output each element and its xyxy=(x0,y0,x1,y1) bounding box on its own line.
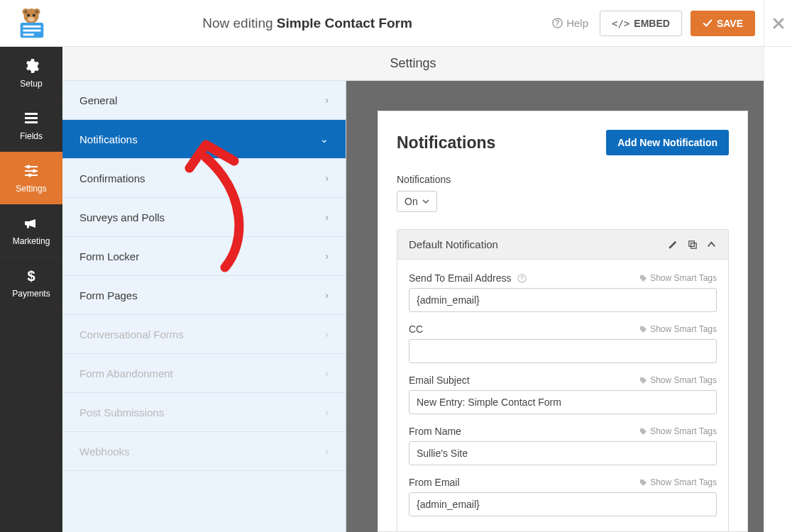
chevron-right-icon: › xyxy=(325,367,329,379)
bullhorn-icon xyxy=(23,215,40,232)
dollar-icon: $ xyxy=(23,267,40,284)
smart-tags-toggle[interactable]: Show Smart Tags xyxy=(639,426,717,436)
chevron-right-icon: › xyxy=(325,250,329,262)
editing-prefix: Now editing xyxy=(202,16,273,31)
tag-icon xyxy=(639,275,647,282)
field-from-email: From Email Show Smart Tags xyxy=(409,477,717,516)
chevron-right-icon: › xyxy=(325,406,329,418)
svg-rect-9 xyxy=(23,25,40,27)
acc-form-locker[interactable]: Form Locker› xyxy=(62,237,346,276)
acc-form-abandonment[interactable]: Form Abandonment› xyxy=(62,354,346,393)
settings-accordion: General› Notifications⌄ Confirmations› S… xyxy=(62,81,346,532)
rail-payments[interactable]: $ Payments xyxy=(0,257,62,309)
acc-notifications[interactable]: Notifications⌄ xyxy=(62,120,346,159)
notifications-toggle-label: Notifications xyxy=(397,174,729,185)
svg-rect-10 xyxy=(23,29,40,31)
svg-point-3 xyxy=(24,10,27,13)
page-title: Now editing Simple Contact Form xyxy=(62,16,552,31)
notification-body: Send To Email Address ? Show Smart Tags … xyxy=(397,260,728,532)
check-icon xyxy=(703,18,713,28)
help-link[interactable]: ? Help xyxy=(552,17,588,29)
chevron-up-icon[interactable] xyxy=(706,239,717,250)
rail-settings[interactable]: Settings xyxy=(0,152,62,204)
field-subject: Email Subject Show Smart Tags xyxy=(409,375,717,414)
acc-conversational[interactable]: Conversational Forms› xyxy=(62,315,346,354)
add-notification-button[interactable]: Add New Notification xyxy=(606,130,729,155)
pencil-icon[interactable] xyxy=(668,239,678,250)
svg-point-4 xyxy=(35,10,38,13)
save-button[interactable]: SAVE xyxy=(691,11,755,36)
svg-rect-15 xyxy=(25,117,38,119)
acc-confirmations[interactable]: Confirmations› xyxy=(62,159,346,198)
acc-general[interactable]: General› xyxy=(62,81,346,120)
svg-text:?: ? xyxy=(519,275,523,282)
chevron-right-icon: › xyxy=(325,289,329,301)
rail-setup[interactable]: Setup xyxy=(0,47,62,99)
form-name: Simple Contact Form xyxy=(277,16,412,31)
tag-icon xyxy=(639,326,647,333)
svg-rect-24 xyxy=(689,241,695,247)
topbar: Now editing Simple Contact Form ? Help <… xyxy=(0,0,792,47)
chevron-down-icon xyxy=(422,198,429,205)
svg-point-22 xyxy=(28,173,32,177)
close-button[interactable] xyxy=(764,0,792,47)
field-label: Email Subject xyxy=(409,375,470,386)
rail-fields[interactable]: Fields xyxy=(0,99,62,152)
settings-header: Settings xyxy=(62,47,764,81)
notifications-panel: Notifications Add New Notification Notif… xyxy=(378,111,748,532)
svg-rect-25 xyxy=(691,243,697,249)
tag-icon xyxy=(639,428,647,436)
from-email-input[interactable] xyxy=(409,492,717,516)
help-icon[interactable]: ? xyxy=(517,274,527,283)
nav-rail: Setup Fields Settings Marketing $ Paymen… xyxy=(0,47,62,532)
copy-icon[interactable] xyxy=(687,239,698,250)
notification-name: Default Notification xyxy=(409,238,498,250)
from-name-input[interactable] xyxy=(409,441,717,465)
send-to-input[interactable] xyxy=(409,288,717,312)
smart-tags-toggle[interactable]: Show Smart Tags xyxy=(639,273,717,283)
field-label: CC xyxy=(409,323,423,335)
field-label: Send To Email Address ? xyxy=(409,272,527,284)
cc-input[interactable] xyxy=(409,339,717,363)
canvas: Notifications Add New Notification Notif… xyxy=(346,81,764,532)
panel-header: Notifications Add New Notification xyxy=(397,130,729,155)
field-label: From Name xyxy=(409,426,461,437)
svg-point-20 xyxy=(27,165,31,168)
svg-text:$: $ xyxy=(27,268,35,284)
sliders-icon xyxy=(23,162,40,179)
svg-point-5 xyxy=(27,13,30,16)
acc-form-pages[interactable]: Form Pages› xyxy=(62,276,346,315)
acc-webhooks[interactable]: Webhooks› xyxy=(62,432,346,471)
subject-input[interactable] xyxy=(409,390,717,414)
chevron-down-icon: ⌄ xyxy=(320,133,329,145)
acc-post-submissions[interactable]: Post Submissions› xyxy=(62,393,346,432)
tag-icon xyxy=(639,479,647,487)
acc-surveys[interactable]: Surveys and Polls› xyxy=(62,198,346,237)
field-label: From Email xyxy=(409,477,460,488)
tag-icon xyxy=(639,377,647,384)
app-logo xyxy=(0,6,62,40)
field-send-to: Send To Email Address ? Show Smart Tags xyxy=(409,272,717,312)
notification-block-header: Default Notification xyxy=(397,230,728,260)
chevron-right-icon: › xyxy=(325,445,329,457)
svg-point-7 xyxy=(28,16,35,21)
code-icon: </> xyxy=(612,18,629,29)
rail-marketing[interactable]: Marketing xyxy=(0,204,62,257)
svg-point-21 xyxy=(33,169,36,172)
smart-tags-toggle[interactable]: Show Smart Tags xyxy=(639,477,717,487)
notification-actions xyxy=(668,239,717,250)
notifications-toggle[interactable]: On xyxy=(397,191,437,212)
svg-rect-11 xyxy=(23,33,33,35)
field-cc: CC Show Smart Tags xyxy=(409,323,717,363)
right-gutter xyxy=(764,47,792,532)
smart-tags-toggle[interactable]: Show Smart Tags xyxy=(639,375,717,385)
svg-rect-16 xyxy=(25,121,38,123)
chevron-right-icon: › xyxy=(325,94,329,106)
close-icon xyxy=(771,16,786,31)
help-icon: ? xyxy=(552,18,563,28)
embed-button[interactable]: </> EMBED xyxy=(600,11,682,36)
smart-tags-toggle[interactable]: Show Smart Tags xyxy=(639,324,717,334)
svg-point-6 xyxy=(33,13,35,16)
svg-rect-14 xyxy=(25,113,38,115)
panel-title: Notifications xyxy=(397,133,495,153)
